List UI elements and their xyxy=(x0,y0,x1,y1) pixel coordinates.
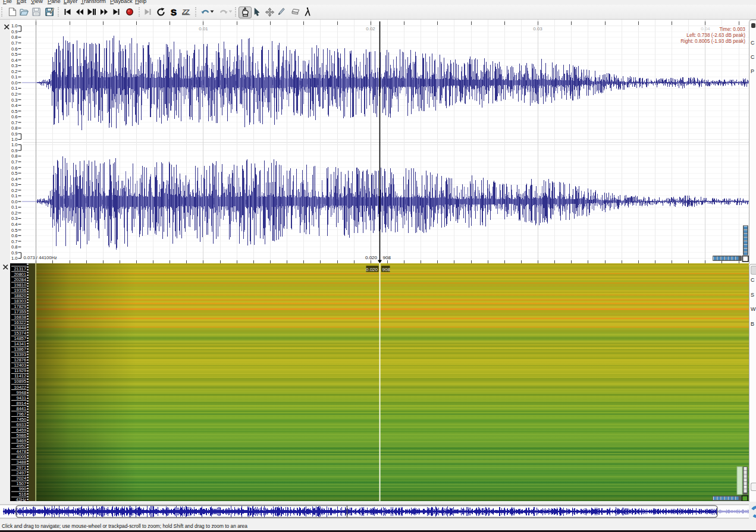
svg-text:0.073 / 44100Hz: 0.073 / 44100Hz xyxy=(24,255,58,260)
svg-text:19810: 19810 xyxy=(14,282,26,288)
svg-text:18303: 18303 xyxy=(14,298,26,304)
svg-text:6459: 6459 xyxy=(17,427,26,433)
svg-text:0.4: 0.4 xyxy=(11,177,18,182)
svg-text:13867: 13867 xyxy=(14,347,26,352)
svg-text:0.9: 0.9 xyxy=(11,148,18,153)
svg-text:10422: 10422 xyxy=(14,385,26,390)
svg-text:0.6: 0.6 xyxy=(11,114,18,119)
svg-text:21317: 21317 xyxy=(14,266,26,272)
svg-text:12403: 12403 xyxy=(14,363,26,368)
svg-text:9948: 9948 xyxy=(17,390,26,395)
svg-text:0.2: 0.2 xyxy=(11,210,18,216)
svg-text:0.01: 0.01 xyxy=(199,26,208,32)
svg-text:0.7: 0.7 xyxy=(11,120,18,125)
svg-text:7450: 7450 xyxy=(17,417,26,422)
svg-text:908: 908 xyxy=(383,255,391,260)
svg-text:14857: 14857 xyxy=(14,336,26,341)
svg-text:11412: 11412 xyxy=(14,373,26,379)
svg-text:6933: 6933 xyxy=(17,422,26,427)
svg-text:Right: 0.8005 (-1.93 dB peak): Right: 0.8005 (-1.93 dB peak) xyxy=(680,38,745,44)
svg-text:17355: 17355 xyxy=(14,309,26,314)
svg-text:0.4: 0.4 xyxy=(11,222,18,227)
svg-text:20284: 20284 xyxy=(14,277,26,282)
svg-text:0.9: 0.9 xyxy=(11,250,18,256)
svg-text:2971: 2971 xyxy=(17,465,26,470)
svg-text:3488: 3488 xyxy=(17,459,26,465)
svg-text:0.8: 0.8 xyxy=(11,34,18,40)
svg-text:0.5: 0.5 xyxy=(11,109,18,114)
svg-text:0.5: 0.5 xyxy=(11,228,18,233)
svg-text:4952: 4952 xyxy=(17,443,26,449)
svg-text:0.8: 0.8 xyxy=(11,125,18,131)
svg-text:19336: 19336 xyxy=(14,288,26,293)
svg-text:0.5: 0.5 xyxy=(11,171,18,176)
svg-text:2024: 2024 xyxy=(17,476,26,481)
svg-text:0.0: 0.0 xyxy=(11,80,18,86)
svg-text:0.7: 0.7 xyxy=(11,40,18,46)
svg-text:0.02: 0.02 xyxy=(366,26,375,32)
svg-text:0.6: 0.6 xyxy=(11,233,18,238)
svg-text:0.2: 0.2 xyxy=(11,188,18,193)
svg-text:0.4: 0.4 xyxy=(11,103,18,108)
svg-text:12876: 12876 xyxy=(14,357,26,363)
svg-text:0.7: 0.7 xyxy=(11,239,18,244)
svg-text:1507: 1507 xyxy=(17,481,26,486)
svg-text:13393: 13393 xyxy=(14,352,26,357)
svg-text:0.5: 0.5 xyxy=(11,52,18,57)
svg-text:S: S xyxy=(171,8,177,16)
svg-text:10895: 10895 xyxy=(14,379,26,384)
svg-text:5986: 5986 xyxy=(17,433,26,438)
svg-text:990: 990 xyxy=(19,486,26,492)
svg-text:0.1: 0.1 xyxy=(11,74,18,80)
svg-text:0.3: 0.3 xyxy=(11,63,18,68)
svg-text:0.3: 0.3 xyxy=(11,216,18,221)
svg-text:5469: 5469 xyxy=(17,438,26,443)
svg-text:0.2: 0.2 xyxy=(11,69,18,74)
svg-text:0.020: 0.020 xyxy=(365,255,378,260)
svg-text:Time: 0.003: Time: 0.003 xyxy=(719,26,745,32)
svg-text:8441: 8441 xyxy=(17,406,26,411)
svg-text:0.1: 0.1 xyxy=(11,193,18,199)
svg-text:1.0: 1.0 xyxy=(11,142,18,147)
svg-text:9431: 9431 xyxy=(17,395,26,401)
svg-text:17829: 17829 xyxy=(14,304,26,309)
svg-text:0.8: 0.8 xyxy=(11,153,18,159)
svg-text:0.9: 0.9 xyxy=(11,131,18,137)
svg-text:0.020: 0.020 xyxy=(366,267,378,272)
svg-text:0.1: 0.1 xyxy=(11,204,18,210)
svg-text:0.1: 0.1 xyxy=(11,86,18,91)
svg-text:Left: 0.738 (-2.63 dB peak): Left: 0.738 (-2.63 dB peak) xyxy=(686,32,745,38)
svg-text:516: 516 xyxy=(19,492,26,497)
svg-text:0.9: 0.9 xyxy=(11,29,18,34)
svg-text:908: 908 xyxy=(382,267,391,272)
svg-text:Z: Z xyxy=(185,8,190,15)
svg-text:0.4: 0.4 xyxy=(11,58,18,63)
svg-text:1.0: 1.0 xyxy=(11,23,18,29)
svg-text:16838: 16838 xyxy=(14,314,26,320)
svg-text:0.6: 0.6 xyxy=(11,165,18,171)
svg-text:0.7: 0.7 xyxy=(11,159,18,165)
svg-text:1.0: 1.0 xyxy=(11,256,18,261)
svg-text:14341: 14341 xyxy=(14,341,26,347)
svg-text:0.03: 0.03 xyxy=(533,26,542,32)
svg-text:0.3: 0.3 xyxy=(11,182,18,187)
svg-text:2497: 2497 xyxy=(17,470,26,476)
svg-text:4478: 4478 xyxy=(17,449,26,454)
svg-text:0.0: 0.0 xyxy=(11,199,18,204)
svg-text:11929: 11929 xyxy=(14,368,26,373)
svg-text:43Hz: 43Hz xyxy=(16,497,27,501)
svg-text:0.2: 0.2 xyxy=(11,92,18,97)
svg-text:15848: 15848 xyxy=(14,325,26,330)
svg-text:0.8: 0.8 xyxy=(11,244,18,250)
svg-text:4005: 4005 xyxy=(17,454,26,459)
svg-text:0.6: 0.6 xyxy=(11,46,18,52)
svg-text:8914: 8914 xyxy=(17,401,26,406)
svg-text:0.04: 0.04 xyxy=(701,26,710,32)
svg-text:18820: 18820 xyxy=(14,293,26,298)
svg-text:15374: 15374 xyxy=(14,330,26,336)
svg-text:20801: 20801 xyxy=(14,272,26,277)
svg-text:7967: 7967 xyxy=(17,411,26,417)
svg-text:0.3: 0.3 xyxy=(11,97,18,103)
svg-text:1.0: 1.0 xyxy=(11,137,18,142)
svg-text:16322: 16322 xyxy=(14,320,26,325)
